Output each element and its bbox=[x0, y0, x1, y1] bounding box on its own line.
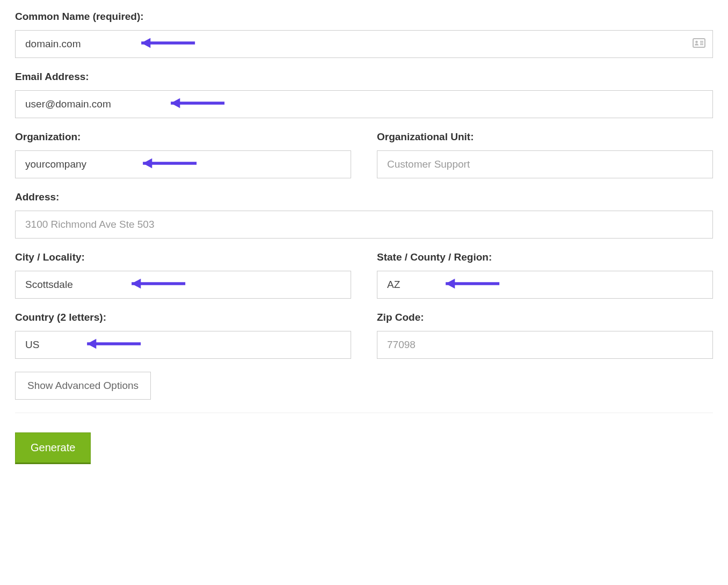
show-advanced-button[interactable]: Show Advanced Options bbox=[15, 372, 151, 400]
email-input[interactable] bbox=[15, 90, 713, 118]
state-input[interactable] bbox=[377, 271, 713, 299]
city-input[interactable] bbox=[15, 271, 351, 299]
divider bbox=[15, 413, 713, 413]
email-label: Email Address: bbox=[15, 71, 713, 83]
zip-label: Zip Code: bbox=[377, 312, 713, 323]
country-label: Country (2 letters): bbox=[15, 312, 351, 323]
address-label: Address: bbox=[15, 191, 713, 203]
state-label: State / County / Region: bbox=[377, 251, 713, 263]
common-name-label: Common Name (required): bbox=[15, 11, 713, 23]
common-name-input[interactable] bbox=[15, 30, 713, 58]
org-unit-label: Organizational Unit: bbox=[377, 131, 713, 143]
zip-input[interactable] bbox=[377, 331, 713, 359]
country-input[interactable] bbox=[15, 331, 351, 359]
generate-button[interactable]: Generate bbox=[15, 432, 91, 464]
city-label: City / Locality: bbox=[15, 251, 351, 263]
org-unit-input[interactable] bbox=[377, 150, 713, 178]
organization-label: Organization: bbox=[15, 131, 351, 143]
address-input[interactable] bbox=[15, 211, 713, 239]
organization-input[interactable] bbox=[15, 150, 351, 178]
id-card-icon bbox=[693, 38, 705, 50]
svg-point-3 bbox=[695, 41, 698, 44]
